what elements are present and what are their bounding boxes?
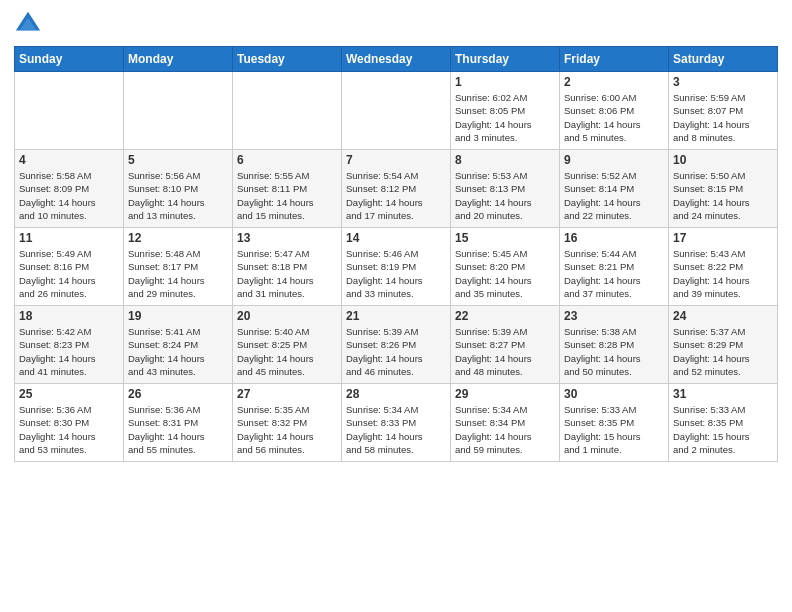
day-number: 20 bbox=[237, 309, 337, 323]
calendar-table: Sunday Monday Tuesday Wednesday Thursday… bbox=[14, 46, 778, 462]
day-number: 27 bbox=[237, 387, 337, 401]
table-row: 9Sunrise: 5:52 AM Sunset: 8:14 PM Daylig… bbox=[560, 150, 669, 228]
day-number: 21 bbox=[346, 309, 446, 323]
table-row: 22Sunrise: 5:39 AM Sunset: 8:27 PM Dayli… bbox=[451, 306, 560, 384]
day-number: 17 bbox=[673, 231, 773, 245]
day-info: Sunrise: 5:43 AM Sunset: 8:22 PM Dayligh… bbox=[673, 247, 773, 300]
table-row: 21Sunrise: 5:39 AM Sunset: 8:26 PM Dayli… bbox=[342, 306, 451, 384]
day-number: 26 bbox=[128, 387, 228, 401]
table-row bbox=[233, 72, 342, 150]
day-number: 31 bbox=[673, 387, 773, 401]
day-info: Sunrise: 5:50 AM Sunset: 8:15 PM Dayligh… bbox=[673, 169, 773, 222]
day-number: 6 bbox=[237, 153, 337, 167]
day-info: Sunrise: 5:58 AM Sunset: 8:09 PM Dayligh… bbox=[19, 169, 119, 222]
day-info: Sunrise: 5:36 AM Sunset: 8:31 PM Dayligh… bbox=[128, 403, 228, 456]
day-number: 23 bbox=[564, 309, 664, 323]
day-number: 2 bbox=[564, 75, 664, 89]
day-info: Sunrise: 5:49 AM Sunset: 8:16 PM Dayligh… bbox=[19, 247, 119, 300]
day-number: 22 bbox=[455, 309, 555, 323]
day-info: Sunrise: 5:41 AM Sunset: 8:24 PM Dayligh… bbox=[128, 325, 228, 378]
table-row: 27Sunrise: 5:35 AM Sunset: 8:32 PM Dayli… bbox=[233, 384, 342, 462]
day-info: Sunrise: 5:33 AM Sunset: 8:35 PM Dayligh… bbox=[673, 403, 773, 456]
col-tuesday: Tuesday bbox=[233, 47, 342, 72]
table-row: 18Sunrise: 5:42 AM Sunset: 8:23 PM Dayli… bbox=[15, 306, 124, 384]
day-number: 9 bbox=[564, 153, 664, 167]
day-number: 16 bbox=[564, 231, 664, 245]
table-row: 12Sunrise: 5:48 AM Sunset: 8:17 PM Dayli… bbox=[124, 228, 233, 306]
day-info: Sunrise: 5:35 AM Sunset: 8:32 PM Dayligh… bbox=[237, 403, 337, 456]
day-number: 5 bbox=[128, 153, 228, 167]
table-row: 16Sunrise: 5:44 AM Sunset: 8:21 PM Dayli… bbox=[560, 228, 669, 306]
day-info: Sunrise: 5:56 AM Sunset: 8:10 PM Dayligh… bbox=[128, 169, 228, 222]
day-info: Sunrise: 5:47 AM Sunset: 8:18 PM Dayligh… bbox=[237, 247, 337, 300]
table-row: 6Sunrise: 5:55 AM Sunset: 8:11 PM Daylig… bbox=[233, 150, 342, 228]
header bbox=[14, 10, 778, 38]
table-row: 20Sunrise: 5:40 AM Sunset: 8:25 PM Dayli… bbox=[233, 306, 342, 384]
table-row: 1Sunrise: 6:02 AM Sunset: 8:05 PM Daylig… bbox=[451, 72, 560, 150]
day-info: Sunrise: 5:34 AM Sunset: 8:34 PM Dayligh… bbox=[455, 403, 555, 456]
day-number: 11 bbox=[19, 231, 119, 245]
day-info: Sunrise: 5:53 AM Sunset: 8:13 PM Dayligh… bbox=[455, 169, 555, 222]
day-info: Sunrise: 5:38 AM Sunset: 8:28 PM Dayligh… bbox=[564, 325, 664, 378]
day-number: 1 bbox=[455, 75, 555, 89]
col-thursday: Thursday bbox=[451, 47, 560, 72]
table-row: 19Sunrise: 5:41 AM Sunset: 8:24 PM Dayli… bbox=[124, 306, 233, 384]
day-number: 18 bbox=[19, 309, 119, 323]
table-row: 2Sunrise: 6:00 AM Sunset: 8:06 PM Daylig… bbox=[560, 72, 669, 150]
table-row: 24Sunrise: 5:37 AM Sunset: 8:29 PM Dayli… bbox=[669, 306, 778, 384]
day-number: 3 bbox=[673, 75, 773, 89]
table-row: 31Sunrise: 5:33 AM Sunset: 8:35 PM Dayli… bbox=[669, 384, 778, 462]
table-row: 13Sunrise: 5:47 AM Sunset: 8:18 PM Dayli… bbox=[233, 228, 342, 306]
table-row: 17Sunrise: 5:43 AM Sunset: 8:22 PM Dayli… bbox=[669, 228, 778, 306]
day-number: 24 bbox=[673, 309, 773, 323]
calendar-week-row: 25Sunrise: 5:36 AM Sunset: 8:30 PM Dayli… bbox=[15, 384, 778, 462]
day-info: Sunrise: 5:39 AM Sunset: 8:26 PM Dayligh… bbox=[346, 325, 446, 378]
col-saturday: Saturday bbox=[669, 47, 778, 72]
day-number: 12 bbox=[128, 231, 228, 245]
day-info: Sunrise: 5:44 AM Sunset: 8:21 PM Dayligh… bbox=[564, 247, 664, 300]
day-number: 14 bbox=[346, 231, 446, 245]
calendar-week-row: 11Sunrise: 5:49 AM Sunset: 8:16 PM Dayli… bbox=[15, 228, 778, 306]
day-number: 15 bbox=[455, 231, 555, 245]
day-number: 13 bbox=[237, 231, 337, 245]
col-wednesday: Wednesday bbox=[342, 47, 451, 72]
day-info: Sunrise: 5:55 AM Sunset: 8:11 PM Dayligh… bbox=[237, 169, 337, 222]
page: Sunday Monday Tuesday Wednesday Thursday… bbox=[0, 0, 792, 612]
calendar-week-row: 1Sunrise: 6:02 AM Sunset: 8:05 PM Daylig… bbox=[15, 72, 778, 150]
day-number: 8 bbox=[455, 153, 555, 167]
day-number: 28 bbox=[346, 387, 446, 401]
day-number: 25 bbox=[19, 387, 119, 401]
day-info: Sunrise: 5:36 AM Sunset: 8:30 PM Dayligh… bbox=[19, 403, 119, 456]
day-info: Sunrise: 5:45 AM Sunset: 8:20 PM Dayligh… bbox=[455, 247, 555, 300]
day-info: Sunrise: 5:33 AM Sunset: 8:35 PM Dayligh… bbox=[564, 403, 664, 456]
day-info: Sunrise: 5:37 AM Sunset: 8:29 PM Dayligh… bbox=[673, 325, 773, 378]
day-info: Sunrise: 5:54 AM Sunset: 8:12 PM Dayligh… bbox=[346, 169, 446, 222]
day-number: 19 bbox=[128, 309, 228, 323]
table-row: 11Sunrise: 5:49 AM Sunset: 8:16 PM Dayli… bbox=[15, 228, 124, 306]
day-info: Sunrise: 6:00 AM Sunset: 8:06 PM Dayligh… bbox=[564, 91, 664, 144]
day-number: 10 bbox=[673, 153, 773, 167]
day-number: 7 bbox=[346, 153, 446, 167]
table-row: 30Sunrise: 5:33 AM Sunset: 8:35 PM Dayli… bbox=[560, 384, 669, 462]
day-info: Sunrise: 5:39 AM Sunset: 8:27 PM Dayligh… bbox=[455, 325, 555, 378]
table-row: 29Sunrise: 5:34 AM Sunset: 8:34 PM Dayli… bbox=[451, 384, 560, 462]
day-info: Sunrise: 5:40 AM Sunset: 8:25 PM Dayligh… bbox=[237, 325, 337, 378]
table-row: 3Sunrise: 5:59 AM Sunset: 8:07 PM Daylig… bbox=[669, 72, 778, 150]
table-row: 26Sunrise: 5:36 AM Sunset: 8:31 PM Dayli… bbox=[124, 384, 233, 462]
day-info: Sunrise: 5:59 AM Sunset: 8:07 PM Dayligh… bbox=[673, 91, 773, 144]
day-info: Sunrise: 5:42 AM Sunset: 8:23 PM Dayligh… bbox=[19, 325, 119, 378]
calendar-week-row: 18Sunrise: 5:42 AM Sunset: 8:23 PM Dayli… bbox=[15, 306, 778, 384]
table-row: 4Sunrise: 5:58 AM Sunset: 8:09 PM Daylig… bbox=[15, 150, 124, 228]
day-number: 30 bbox=[564, 387, 664, 401]
day-number: 4 bbox=[19, 153, 119, 167]
logo bbox=[14, 10, 44, 38]
calendar-week-row: 4Sunrise: 5:58 AM Sunset: 8:09 PM Daylig… bbox=[15, 150, 778, 228]
day-info: Sunrise: 5:46 AM Sunset: 8:19 PM Dayligh… bbox=[346, 247, 446, 300]
day-info: Sunrise: 5:52 AM Sunset: 8:14 PM Dayligh… bbox=[564, 169, 664, 222]
day-info: Sunrise: 5:34 AM Sunset: 8:33 PM Dayligh… bbox=[346, 403, 446, 456]
table-row: 7Sunrise: 5:54 AM Sunset: 8:12 PM Daylig… bbox=[342, 150, 451, 228]
table-row bbox=[15, 72, 124, 150]
table-row: 8Sunrise: 5:53 AM Sunset: 8:13 PM Daylig… bbox=[451, 150, 560, 228]
table-row: 25Sunrise: 5:36 AM Sunset: 8:30 PM Dayli… bbox=[15, 384, 124, 462]
calendar-header-row: Sunday Monday Tuesday Wednesday Thursday… bbox=[15, 47, 778, 72]
